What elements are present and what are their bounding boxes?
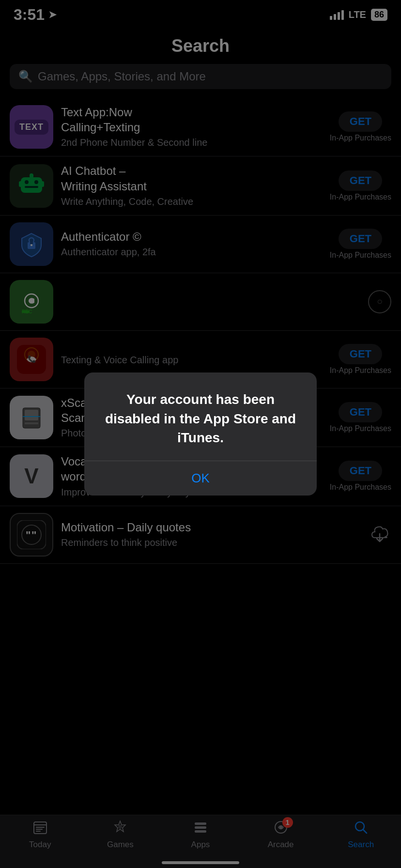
modal-overlay[interactable]: Your account has been disabled in the Ap… bbox=[0, 0, 401, 868]
modal-message: Your account has been disabled in the Ap… bbox=[98, 390, 303, 447]
modal-body: Your account has been disabled in the Ap… bbox=[84, 372, 317, 461]
modal-ok-button[interactable]: OK bbox=[84, 461, 317, 496]
modal-dialog: Your account has been disabled in the Ap… bbox=[84, 372, 317, 495]
